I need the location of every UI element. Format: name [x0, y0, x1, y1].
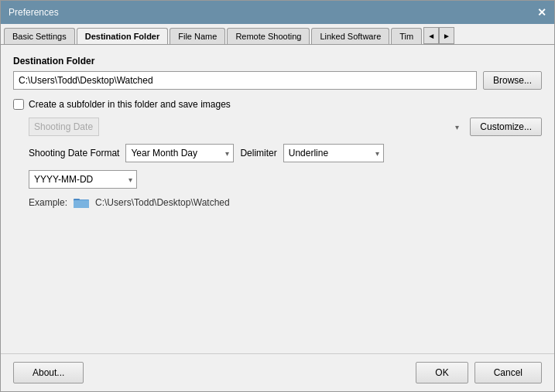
folder-row: Browse...: [13, 71, 542, 90]
create-subfolder-checkbox[interactable]: [13, 99, 24, 110]
cancel-button[interactable]: Cancel: [474, 362, 542, 383]
bottom-bar: About... OK Cancel: [1, 353, 554, 391]
tab-destination-folder[interactable]: Destination Folder: [77, 28, 169, 45]
bottom-right-buttons: OK Cancel: [416, 362, 542, 383]
title-bar: Preferences ✕: [1, 1, 554, 24]
customize-button[interactable]: Customize...: [470, 118, 542, 136]
subfolder-select[interactable]: Shooting Date: [29, 118, 99, 136]
example-label: Example:: [29, 197, 67, 208]
tab-tim[interactable]: Tim: [391, 28, 422, 44]
subfolder-select-row: Shooting Date Customize...: [13, 118, 542, 136]
tab-scroll-right[interactable]: ►: [439, 27, 454, 44]
svg-rect-2: [74, 200, 89, 208]
tab-remote-shooting[interactable]: Remote Shooting: [227, 28, 310, 44]
date-format-select-wrap: YYYY-MM-DDMM-DD-YYYYDD-MM-YYYY: [29, 170, 137, 189]
tab-linked-software[interactable]: Linked Software: [311, 28, 389, 44]
shooting-date-format-row: Shooting Date Format Year Month DayMonth…: [13, 144, 542, 162]
example-row: Example: C:\Users\Todd\Desktop\Watched: [13, 196, 542, 209]
tab-file-name[interactable]: File Name: [170, 28, 225, 44]
browse-button[interactable]: Browse...: [483, 71, 542, 90]
shooting-date-format-select[interactable]: Year Month DayMonth Day YearDay Month Ye…: [125, 144, 234, 162]
delimiter-select-wrap: UnderlineHyphenNone: [283, 144, 384, 162]
window-title: Preferences: [9, 7, 59, 18]
example-path: C:\Users\Todd\Desktop\Watched: [95, 197, 230, 208]
section-label: Destination Folder: [13, 56, 542, 66]
about-button[interactable]: About...: [13, 362, 84, 383]
delimiter-select[interactable]: UnderlineHyphenNone: [283, 144, 384, 162]
shooting-date-format-label: Shooting Date Format: [29, 148, 119, 159]
create-subfolder-row: Create a subfolder in this folder and sa…: [13, 99, 542, 110]
date-format-select[interactable]: YYYY-MM-DDMM-DD-YYYYDD-MM-YYYY: [29, 170, 137, 189]
content-area: Destination Folder Browse... Create a su…: [1, 45, 554, 353]
create-subfolder-label: Create a subfolder in this folder and sa…: [29, 99, 231, 110]
tab-basic-settings[interactable]: Basic Settings: [4, 28, 75, 44]
preferences-window: Preferences ✕ Basic Settings Destination…: [0, 0, 555, 392]
subfolder-select-wrapper: Shooting Date: [29, 118, 464, 136]
ok-button[interactable]: OK: [416, 362, 468, 383]
folder-path-input[interactable]: [13, 71, 477, 90]
date-format-row: YYYY-MM-DDMM-DD-YYYYDD-MM-YYYY: [13, 170, 542, 189]
tab-scroll-left[interactable]: ◄: [423, 27, 439, 44]
shooting-date-format-select-wrap: Year Month DayMonth Day YearDay Month Ye…: [125, 144, 234, 162]
tabs-bar: Basic Settings Destination Folder File N…: [1, 24, 554, 45]
close-button[interactable]: ✕: [537, 7, 546, 18]
delimiter-label: Delimiter: [240, 148, 276, 159]
folder-icon: [74, 196, 89, 209]
